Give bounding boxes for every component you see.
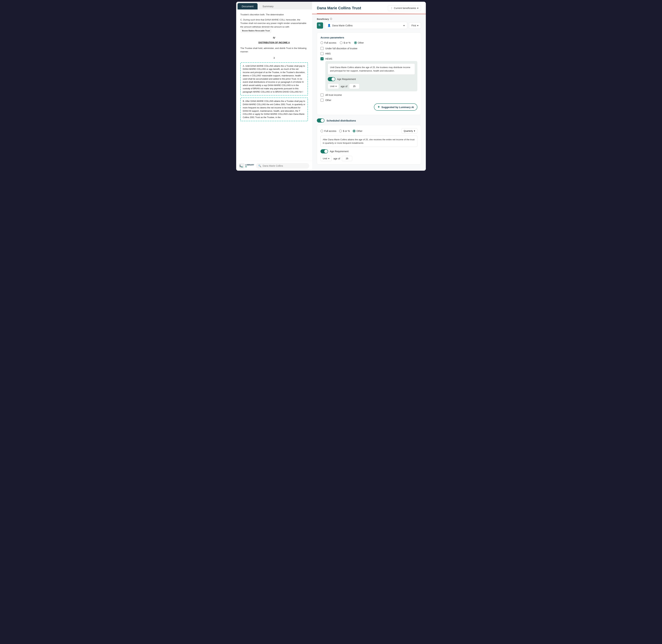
checkbox-other-box (320, 99, 324, 102)
quarterly-chevron: ▾ (414, 130, 415, 132)
luminary-logo-icon: L AI (239, 163, 245, 168)
age-requirement-label: Age Requirement (337, 78, 356, 80)
right-content: Beneficiary ⓘ 🔍 👤 Dana Marie Collins ▾ F… (312, 14, 426, 168)
checkbox-hms[interactable]: HMS (320, 52, 417, 55)
doc-paragraph-c: C. During such time that DANA MARIE COLL… (240, 18, 308, 33)
scheduled-card: Full access $ or % Other Quarterly ▾ (317, 125, 421, 164)
svg-text:AI: AI (241, 166, 243, 168)
more-options-icon: ⋮ (390, 7, 393, 9)
search-icon: 🔍 (258, 164, 261, 167)
logo-text: LUMINARY AI (245, 164, 254, 168)
position-chevron-icon: ▾ (417, 24, 418, 27)
sched-radio-dollar[interactable]: $ or % (339, 130, 350, 132)
sched-age-dropdown[interactable]: Until ▾ (320, 156, 332, 161)
section-title: DISTRIBUTION OF INCOME A (240, 41, 308, 44)
scheduled-radio-row: Full access $ or % Other Quarterly ▾ (320, 128, 417, 134)
radio-full-access[interactable]: Full access (320, 41, 336, 44)
chevron-icon: ▾ (417, 7, 418, 9)
tab-summary[interactable]: Summary (258, 3, 278, 9)
sched-age-dropdown-chevron: ▾ (328, 157, 329, 160)
beneficiary-search-button[interactable]: 🔍 (317, 22, 323, 29)
luminary-ai-badge: ✦ Suggested by Luminary AI (374, 104, 417, 111)
beneficiary-section: Beneficiary ⓘ 🔍 👤 Dana Marie Collins ▾ F… (317, 18, 421, 29)
sched-age-dropdown-value: Until (323, 157, 327, 160)
luminary-logo: L AI LUMINARY AI (239, 163, 254, 168)
sched-radio-full-circle (320, 130, 323, 132)
beneficiary-select[interactable]: 👤 Dana Marie Collins ▾ (325, 22, 407, 29)
trustee-paragraph: The Trustee shall hold, administer, and … (240, 47, 308, 54)
hems-text-box: Until Dana Marie Collins attains the age… (328, 64, 415, 75)
checkbox-all-trust-income-box (320, 93, 324, 96)
age-dropdown-value: Until (330, 85, 335, 88)
checkbox-full-discretion-box (320, 47, 324, 50)
radio-dollar-pct[interactable]: $ or % (340, 41, 350, 44)
luminary-badge-text: Suggested by Luminary AI (381, 106, 414, 109)
position-dropdown[interactable]: First ▾ (409, 22, 421, 29)
header-divider (317, 14, 421, 14)
beneficiary-menu-button[interactable]: ⋮ Current beneficiaries ▾ (388, 5, 421, 11)
checkbox-hms-label: HMS (325, 52, 330, 55)
person-icon: 👤 (327, 24, 331, 27)
search-box[interactable]: 🔍 (256, 163, 309, 168)
highlight-box-a: A. Until DANA MARIE COLLINS attains the … (240, 62, 308, 96)
checkbox-other-label: Other (325, 99, 332, 101)
sparkle-icon: ✦ (378, 105, 380, 109)
doc-intro-text: Trustee's discretion both. The determina… (240, 13, 308, 16)
sched-radio-full-label: Full access (324, 130, 336, 132)
header-top: Dana Marie Collins Trust ⋮ Current benef… (317, 5, 421, 14)
checkbox-other[interactable]: Other (320, 99, 417, 102)
search-input[interactable] (262, 164, 307, 167)
scheduled-toggle-row: Scheduled distributions (317, 118, 421, 122)
quarterly-label: Quarterly (404, 130, 413, 132)
left-panel: Document Summary Trustee's discretion bo… (236, 2, 312, 171)
sched-age-of-label: age of (334, 157, 340, 160)
highlight-box-b: B. After DANA MARIE COLLINS attains the … (240, 97, 308, 121)
checkbox-all-trust-income[interactable]: All trust income (320, 93, 417, 96)
scheduled-distributions-section: Scheduled distributions Full access $ or… (317, 118, 421, 164)
checkbox-hems-label: HEMS (325, 58, 332, 60)
sched-radio-other-circle (353, 130, 356, 132)
access-parameters-card: Access parameters Full access $ or % Oth… (317, 32, 421, 115)
sched-age-requirement-label: Age Requirement (330, 150, 348, 153)
beneficiary-select-inner: 👤 Dana Marie Collins (327, 24, 352, 27)
age-row: Until ▾ age of (328, 84, 415, 89)
radio-other[interactable]: Other (354, 41, 364, 44)
radio-full-access-label: Full access (324, 41, 336, 44)
tooltip-badge: Boone Babies Revocable Trust (241, 29, 271, 33)
help-icon: ⓘ (330, 18, 332, 21)
tab-bar: Document Summary (236, 2, 312, 9)
trust-title: Dana Marie Collins Trust (317, 6, 361, 10)
tab-document[interactable]: Document (237, 3, 257, 9)
scheduled-text-box: After Dana Marie Collins attains the age… (320, 136, 417, 147)
radio-full-access-circle (320, 41, 323, 44)
age-input[interactable] (349, 84, 360, 89)
beneficiary-row: 🔍 👤 Dana Marie Collins ▾ First ▾ (317, 22, 421, 29)
sched-radio-other-label: Other (357, 130, 363, 132)
sched-age-input[interactable] (342, 156, 352, 161)
document-content: Trustee's discretion both. The determina… (236, 9, 312, 161)
roman-numeral: IV (240, 36, 308, 40)
access-radio-row: Full access $ or % Other (320, 41, 417, 44)
sched-age-requirement-toggle[interactable] (320, 149, 328, 154)
radio-dollar-circle (340, 41, 343, 44)
checkbox-full-discretion-label: Under full discretion of trustee (325, 47, 357, 50)
sched-radio-other[interactable]: Other (353, 130, 363, 132)
menu-label: Current beneficiaries (394, 7, 416, 9)
page-number: 3 (240, 56, 308, 60)
right-panel: Dana Marie Collins Trust ⋮ Current benef… (312, 2, 426, 171)
quarterly-dropdown[interactable]: Quarterly ▾ (402, 128, 417, 134)
checkbox-full-discretion[interactable]: Under full discretion of trustee (320, 47, 417, 50)
app-container: Document Summary Trustee's discretion bo… (236, 2, 426, 171)
checkbox-hms-box (320, 52, 324, 55)
age-dropdown[interactable]: Until ▾ (328, 84, 339, 89)
beneficiary-name: Dana Marie Collins (332, 24, 352, 27)
age-requirement-toggle[interactable] (328, 77, 335, 81)
radio-dollar-label: $ or % (344, 41, 350, 44)
scheduled-toggle[interactable] (317, 118, 324, 122)
hems-expanded-section: Until Dana Marie Collins attains the age… (325, 61, 417, 91)
sched-radio-full[interactable]: Full access (320, 130, 336, 132)
checkbox-hems[interactable]: HEMS (320, 57, 417, 60)
radio-other-circle (354, 41, 357, 44)
checkbox-hems-box (320, 57, 324, 60)
age-requirement-toggle-row: Age Requirement (328, 77, 415, 81)
